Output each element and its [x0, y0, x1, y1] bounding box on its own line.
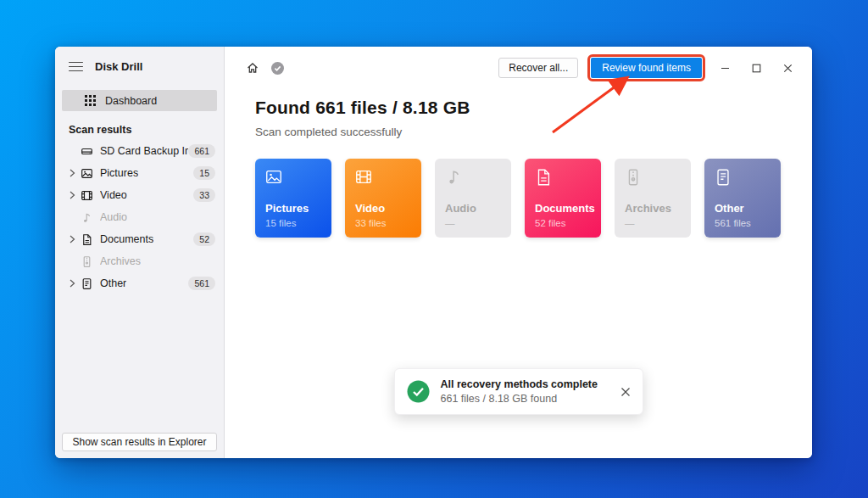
card-video[interactable]: Video 33 files [345, 159, 421, 238]
main-content: Recover all... Review found items Found … [225, 47, 812, 458]
page-title: Found 661 files / 8.18 GB [255, 98, 812, 118]
card-name: Video [355, 202, 385, 215]
pictures-card-icon [264, 168, 283, 187]
pictures-icon [81, 167, 93, 180]
card-count: — [625, 218, 635, 228]
scan-complete-check-icon[interactable] [270, 61, 285, 76]
card-pictures[interactable]: Pictures 15 files [255, 159, 331, 238]
category-cards: Pictures 15 files Video 33 files Audio — [255, 159, 782, 238]
sidebar-item-audio: Audio [55, 206, 224, 228]
documents-card-icon [534, 168, 553, 187]
app-title: Disk Drill [95, 60, 142, 73]
card-name: Documents [535, 202, 595, 215]
sidebar-item-label: Documents [100, 233, 153, 245]
card-count: 33 files [355, 218, 386, 228]
card-documents[interactable]: Documents 52 files [525, 159, 601, 238]
topbar: Recover all... Review found items [225, 47, 812, 78]
sidebar-item-label: Video [100, 189, 127, 201]
card-name: Pictures [265, 202, 309, 215]
count-badge: 33 [193, 188, 215, 203]
toast-close-icon[interactable] [620, 387, 631, 397]
disk-drill-window: Disk Drill Dashboard Scan results SD Car… [55, 47, 812, 458]
video-card-icon [354, 168, 373, 187]
video-icon [81, 189, 93, 202]
home-icon[interactable] [246, 61, 259, 75]
card-count: 15 files [265, 218, 296, 228]
dashboard-grid-icon [85, 95, 96, 106]
sidebar-item-label: Pictures [100, 167, 138, 179]
archives-icon [81, 255, 93, 268]
close-icon[interactable] [783, 64, 793, 73]
card-archives: Archives — [615, 159, 691, 238]
archives-card-icon [624, 168, 643, 187]
minimize-icon[interactable] [721, 64, 730, 73]
sidebar-item-pictures[interactable]: Pictures 15 [55, 162, 224, 184]
card-audio: Audio — [435, 159, 511, 238]
other-icon [81, 277, 93, 290]
sidebar-item-archives: Archives [55, 250, 224, 272]
card-name: Archives [625, 202, 671, 215]
hamburger-menu-icon[interactable] [69, 62, 83, 72]
show-scan-results-in-explorer-button[interactable]: Show scan results in Explorer [62, 433, 217, 451]
sidebar-item-video[interactable]: Video 33 [55, 184, 224, 206]
drive-icon [81, 145, 93, 158]
audio-card-icon [444, 168, 463, 187]
documents-icon [81, 233, 93, 246]
audio-icon [81, 211, 93, 224]
count-badge: 15 [193, 166, 215, 181]
recover-all-button[interactable]: Recover all... [498, 58, 578, 78]
card-count: — [445, 218, 455, 228]
other-card-icon [714, 168, 732, 187]
count-badge: 52 [193, 232, 215, 247]
toast-title: All recovery methods complete [441, 378, 598, 390]
toast-notification: All recovery methods complete 661 files … [394, 368, 643, 415]
page-subtitle: Scan completed successfully [255, 126, 812, 138]
sidebar-item-label: Archives [100, 255, 141, 267]
sidebar-header: Disk Drill [55, 47, 224, 78]
sidebar-item-dashboard[interactable]: Dashboard [62, 90, 217, 111]
window-controls [721, 64, 795, 73]
chevron-right-icon[interactable] [69, 191, 81, 199]
sidebar-item-sd-card[interactable]: SD Card Backup Image.d... 661 [55, 140, 224, 162]
review-found-items-button[interactable]: Review found items [591, 58, 702, 78]
card-count: 52 files [535, 218, 565, 228]
count-badge: 661 [188, 144, 215, 159]
maximize-icon[interactable] [752, 64, 761, 73]
chevron-right-icon[interactable] [69, 169, 81, 177]
toast-subtitle: 661 files / 8.18 GB found [441, 393, 598, 405]
sidebar-item-label: SD Card Backup Image.d... [100, 145, 188, 157]
sidebar: Disk Drill Dashboard Scan results SD Car… [55, 47, 225, 458]
sidebar-item-other[interactable]: Other 561 [55, 272, 224, 294]
sidebar-item-documents[interactable]: Documents 52 [55, 228, 224, 250]
card-name: Audio [445, 202, 476, 215]
card-other[interactable]: Other 561 files [704, 159, 781, 238]
scan-results-heading: Scan results [69, 124, 224, 136]
chevron-right-icon[interactable] [69, 235, 81, 243]
success-check-icon [407, 380, 430, 403]
sidebar-item-label: Other [100, 277, 126, 289]
count-badge: 561 [188, 277, 215, 291]
chevron-right-icon[interactable] [69, 279, 81, 288]
dashboard-label: Dashboard [105, 95, 157, 107]
card-name: Other [715, 202, 744, 215]
card-count: 561 files [715, 218, 751, 228]
sidebar-item-label: Audio [100, 211, 127, 223]
